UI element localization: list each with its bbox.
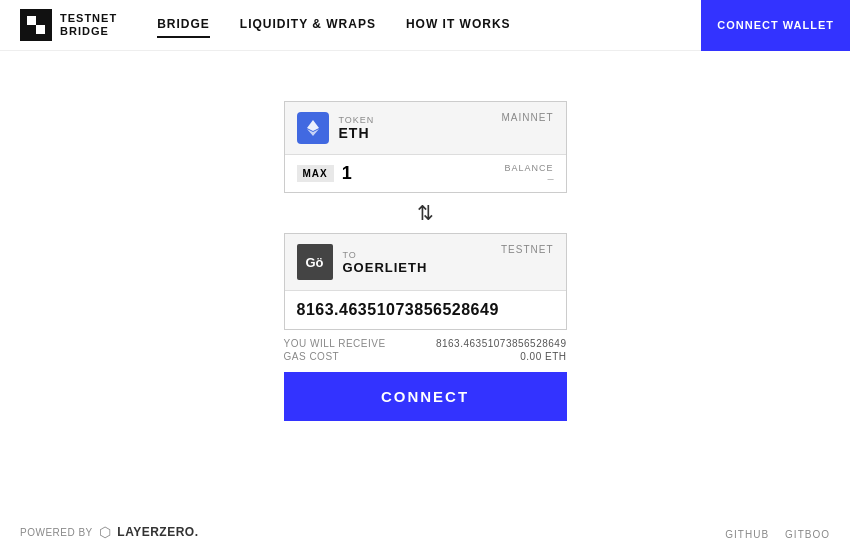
svg-rect-1	[36, 25, 45, 34]
to-amount: 8163.46351073856528649	[297, 301, 499, 318]
to-chain-name: GOERLIETH	[343, 260, 428, 275]
swap-arrow-icon: ⇅	[417, 201, 434, 225]
token-label: TOKEN	[339, 115, 375, 125]
from-amount-row: MAX BALANCE –	[285, 154, 566, 192]
footer: POWERED BY ⬡ LayerZero.	[20, 524, 199, 540]
logo-icon	[20, 9, 52, 41]
balance-value: –	[547, 172, 553, 184]
transaction-info: YOU WILL RECEIVE 8163.46351073856528649 …	[284, 338, 567, 364]
layerzero-icon: ⬡	[99, 524, 112, 540]
svg-marker-2	[307, 120, 319, 131]
to-network-label: TESTNET	[501, 244, 554, 255]
to-amount-row: 8163.46351073856528649	[285, 290, 566, 329]
to-panel: Gö TO GOERLIETH TESTNET 8163.46351073856…	[284, 233, 567, 330]
gitbook-link[interactable]: GITBOO	[785, 529, 830, 540]
to-label: TO	[343, 250, 428, 260]
gas-cost-row: GAS COST 0.00 ETH	[284, 351, 567, 362]
layerzero-brand: LayerZero.	[117, 525, 198, 539]
from-panel: TOKEN ETH MAINNET MAX BALANCE –	[284, 101, 567, 193]
nav-bridge[interactable]: BRIDGE	[157, 12, 210, 38]
you-will-receive-row: YOU WILL RECEIVE 8163.46351073856528649	[284, 338, 567, 349]
logo: TESTNET BRIDGE	[20, 9, 117, 41]
to-panel-header: Gö TO GOERLIETH TESTNET	[285, 234, 566, 290]
network-label: MAINNET	[502, 112, 554, 123]
nav-how-it-works[interactable]: HOW IT WORKS	[406, 12, 511, 38]
max-button[interactable]: MAX	[297, 165, 334, 182]
github-link[interactable]: GITHUB	[725, 529, 769, 540]
from-panel-header: TOKEN ETH MAINNET	[285, 102, 566, 154]
token-name: ETH	[339, 125, 375, 141]
connect-button[interactable]: CONNECT	[284, 372, 567, 421]
main-content: TOKEN ETH MAINNET MAX BALANCE – ⇅ Gö TO …	[0, 51, 850, 421]
goerli-icon: Gö	[297, 244, 333, 280]
header: TESTNET BRIDGE BRIDGE LIQUIDITY & WRAPS …	[0, 0, 850, 51]
eth-icon	[297, 112, 329, 144]
to-chain-info: TO GOERLIETH	[343, 250, 428, 275]
balance-label: BALANCE	[504, 163, 553, 173]
connect-wallet-button[interactable]: CONNECT WALLET	[701, 0, 850, 51]
direction-arrow: ⇅	[417, 193, 434, 233]
gas-cost-label: GAS COST	[284, 351, 340, 362]
you-will-receive-label: YOU WILL RECEIVE	[284, 338, 386, 349]
gas-cost-value: 0.00 ETH	[520, 351, 566, 362]
nav-liquidity[interactable]: LIQUIDITY & WRAPS	[240, 12, 376, 38]
you-will-receive-value: 8163.46351073856528649	[436, 338, 567, 349]
svg-rect-0	[27, 16, 36, 25]
token-info: TOKEN ETH	[339, 115, 375, 141]
amount-input[interactable]	[342, 163, 482, 184]
main-nav: BRIDGE LIQUIDITY & WRAPS HOW IT WORKS	[157, 12, 701, 38]
powered-by-label: POWERED BY	[20, 527, 93, 538]
logo-text: TESTNET BRIDGE	[60, 12, 117, 38]
footer-links: GITHUB GITBOO	[725, 529, 830, 540]
